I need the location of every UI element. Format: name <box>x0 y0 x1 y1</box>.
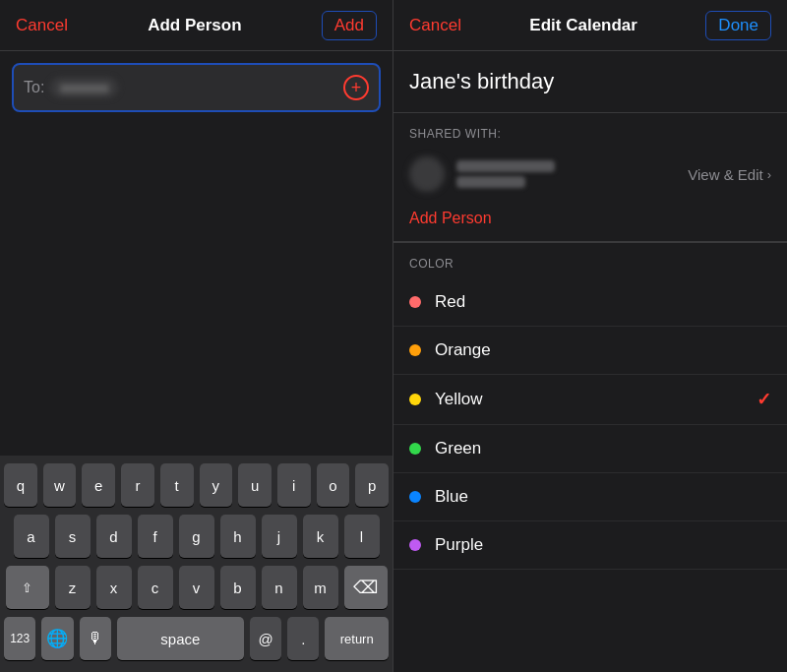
color-dot-purple <box>409 539 421 551</box>
key-f[interactable]: f <box>138 515 173 558</box>
add-person-panel: Cancel Add Person Add To: xxxxxxx + q w … <box>0 0 394 672</box>
key-g[interactable]: g <box>179 515 214 558</box>
color-dot-yellow <box>409 394 421 405</box>
edit-calendar-cancel-button[interactable]: Cancel <box>409 16 461 35</box>
color-label-yellow: Yellow <box>435 390 757 409</box>
key-u[interactable]: u <box>238 463 272 507</box>
key-w[interactable]: w <box>43 463 77 507</box>
edit-calendar-title: Edit Calendar <box>529 16 637 35</box>
keyboard-row-3: ⇧ z x c v b n m ⌫ <box>4 566 389 609</box>
key-b[interactable]: b <box>220 566 256 609</box>
key-z[interactable]: z <box>55 566 91 609</box>
plus-icon: + <box>351 79 362 96</box>
to-label: To: <box>24 79 44 96</box>
shift-key[interactable]: ⇧ <box>6 566 49 609</box>
color-label-purple: Purple <box>435 535 771 555</box>
color-label-orange: Orange <box>435 340 771 360</box>
to-field[interactable]: To: xxxxxxx + <box>12 63 381 112</box>
color-rows: RedOrangeYellow✓GreenBluePurple <box>394 278 787 570</box>
key-c[interactable]: c <box>138 566 173 609</box>
shared-person-name-line-2 <box>456 176 525 188</box>
key-v[interactable]: v <box>179 566 214 609</box>
key-i[interactable]: i <box>277 463 311 507</box>
space-key[interactable]: space <box>117 617 244 660</box>
color-row-green[interactable]: Green <box>394 425 787 473</box>
color-row-purple[interactable]: Purple <box>394 521 787 570</box>
color-row-red[interactable]: Red <box>394 278 787 327</box>
view-edit-button[interactable]: View & Edit › <box>688 166 771 183</box>
key-t[interactable]: t <box>160 463 194 507</box>
view-edit-label: View & Edit <box>688 166 762 183</box>
color-section-label: COLOR <box>394 242 787 278</box>
key-q[interactable]: q <box>4 463 37 507</box>
keyboard-row-1: q w e r t y u i o p <box>4 463 389 507</box>
color-row-blue[interactable]: Blue <box>394 473 787 521</box>
color-dot-blue <box>409 491 421 503</box>
edit-calendar-header: Cancel Edit Calendar Done <box>394 0 787 51</box>
color-row-orange[interactable]: Orange <box>394 327 787 375</box>
shared-person-name-line-1 <box>456 160 555 172</box>
at-key[interactable]: @ <box>250 617 281 660</box>
key-s[interactable]: s <box>55 515 91 558</box>
shared-person-row: View & Edit › <box>394 149 787 200</box>
key-m[interactable]: m <box>303 566 338 609</box>
return-key[interactable]: return <box>325 617 389 660</box>
shared-with-label: SHARED WITH: <box>394 113 787 149</box>
calendar-name-section: Jane's birthday <box>394 51 787 113</box>
add-recipient-button[interactable]: + <box>343 75 369 100</box>
key-x[interactable]: x <box>96 566 132 609</box>
key-n[interactable]: n <box>262 566 297 609</box>
color-row-yellow[interactable]: Yellow✓ <box>394 375 787 425</box>
key-d[interactable]: d <box>96 515 132 558</box>
edit-calendar-panel: Cancel Edit Calendar Done Jane's birthda… <box>394 0 787 672</box>
to-input-area[interactable]: xxxxxxx <box>50 78 343 97</box>
shared-with-section: SHARED WITH: View & Edit › Add Person <box>394 113 787 242</box>
shared-person-avatar <box>409 156 445 192</box>
selected-checkmark: ✓ <box>757 389 771 410</box>
dot-key[interactable]: . <box>287 617 319 660</box>
key-l[interactable]: l <box>344 515 380 558</box>
color-dot-green <box>409 443 421 455</box>
globe-key[interactable]: 🌐 <box>41 617 73 660</box>
key-h[interactable]: h <box>220 515 256 558</box>
add-person-cancel-button[interactable]: Cancel <box>16 16 68 35</box>
numbers-key[interactable]: 123 <box>4 617 35 660</box>
keyboard-row-2: a s d f g h j k l <box>4 515 389 558</box>
add-person-add-button[interactable]: Add <box>322 11 377 40</box>
color-label-green: Green <box>435 439 771 458</box>
color-dot-red <box>409 296 421 308</box>
add-person-button[interactable]: Add Person <box>394 200 787 237</box>
key-y[interactable]: y <box>200 463 233 507</box>
keyboard-row-4: 123 🌐 🎙 space @ . return <box>4 617 389 660</box>
add-person-title: Add Person <box>148 16 241 35</box>
key-e[interactable]: e <box>82 463 115 507</box>
keyboard: q w e r t y u i o p a s d f g h j k l ⇧ … <box>0 456 393 672</box>
key-a[interactable]: a <box>14 515 49 558</box>
key-o[interactable]: o <box>317 463 350 507</box>
key-p[interactable]: p <box>355 463 389 507</box>
shared-person-name-area <box>456 160 676 188</box>
color-dot-orange <box>409 344 421 356</box>
color-section: COLOR RedOrangeYellow✓GreenBluePurple <box>394 242 787 672</box>
microphone-key[interactable]: 🎙 <box>80 617 111 660</box>
key-r[interactable]: r <box>121 463 154 507</box>
add-person-header: Cancel Add Person Add <box>0 0 393 51</box>
recipient-chip: xxxxxxx <box>50 78 118 97</box>
key-j[interactable]: j <box>262 515 297 558</box>
delete-key[interactable]: ⌫ <box>344 566 388 609</box>
color-label-red: Red <box>435 292 771 312</box>
chevron-right-icon: › <box>767 167 771 182</box>
calendar-name-field[interactable]: Jane's birthday <box>409 69 554 93</box>
key-k[interactable]: k <box>303 515 338 558</box>
color-label-blue: Blue <box>435 487 771 507</box>
edit-calendar-done-button[interactable]: Done <box>705 11 771 40</box>
